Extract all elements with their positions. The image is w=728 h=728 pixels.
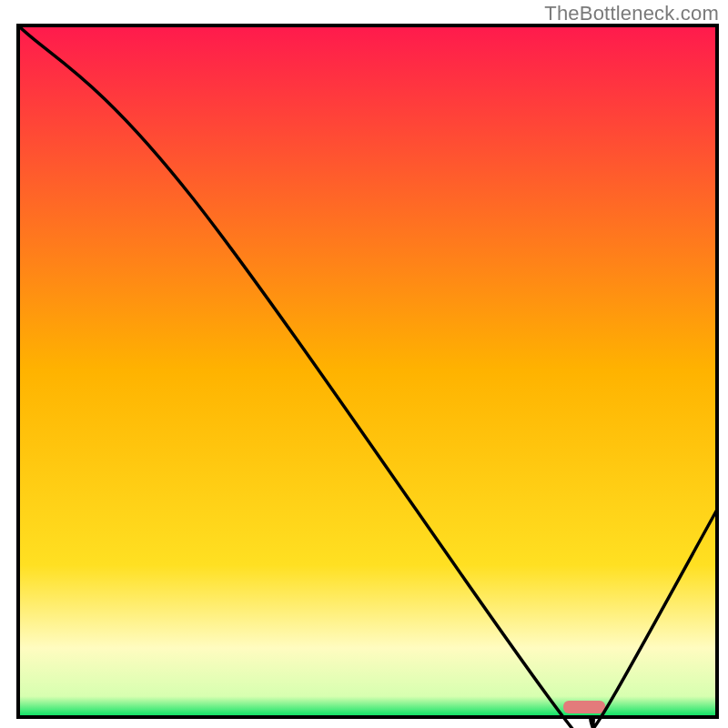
optimum-marker (563, 701, 605, 713)
attribution-text: TheBottleneck.com (544, 2, 719, 25)
plot-background (18, 25, 717, 717)
chart-canvas: TheBottleneck.com (0, 0, 728, 728)
bottleneck-chart (0, 0, 728, 728)
